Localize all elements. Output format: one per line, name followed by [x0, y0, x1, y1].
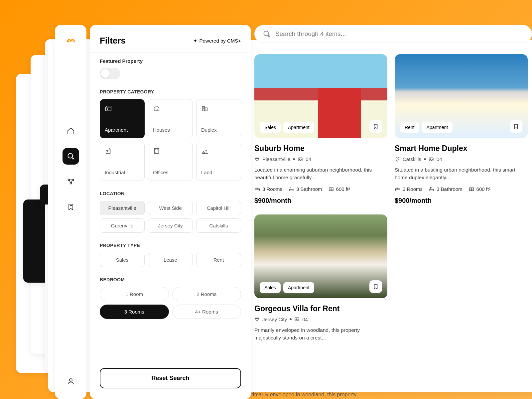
- listing-card[interactable]: Sales Apartment Gorgeous Villa for Rent …: [254, 214, 387, 346]
- listing-image: Sales Apartment: [254, 54, 387, 138]
- bedroom-3[interactable]: 3 Rooms: [100, 305, 169, 319]
- svg-point-2: [72, 158, 73, 159]
- location-greenville[interactable]: Greenville: [100, 218, 145, 233]
- location-label: LOCATION: [100, 191, 241, 196]
- reset-search-button[interactable]: Reset Search: [100, 368, 241, 388]
- location-pleasantville[interactable]: Pleasantville: [100, 201, 145, 215]
- category-apartment[interactable]: Apartment: [100, 99, 145, 138]
- type-lease[interactable]: Lease: [148, 253, 193, 267]
- listing-tag: Apartment: [283, 122, 314, 133]
- bedroom-4plus[interactable]: 4+ Rooms: [172, 305, 241, 319]
- svg-point-12: [264, 31, 269, 36]
- listing-card[interactable]: Rent Apartment Smart Home Duplex Catskil…: [395, 54, 528, 204]
- featured-toggle[interactable]: [100, 68, 120, 79]
- nav-search[interactable]: [63, 148, 79, 165]
- svg-rect-10: [205, 108, 207, 111]
- svg-point-1: [68, 154, 72, 158]
- bedroom-1[interactable]: 1 Room: [100, 287, 169, 301]
- location-capitolhill[interactable]: Capitol Hill: [196, 201, 241, 215]
- filters-panel: Filters ✦ Powered by CMS+ Featured Prope…: [90, 25, 251, 399]
- bookmark-button[interactable]: [369, 120, 382, 133]
- nav-profile[interactable]: [63, 373, 79, 390]
- listing-tag: Apartment: [283, 282, 314, 293]
- svg-point-22: [256, 318, 257, 319]
- bedroom-label: BEDROOM: [100, 277, 241, 282]
- listing-tag: Sales: [260, 122, 281, 133]
- svg-rect-7: [106, 107, 111, 111]
- bookmark-button[interactable]: [510, 120, 522, 133]
- search-input[interactable]: [275, 30, 524, 38]
- svg-point-6: [69, 379, 72, 381]
- app-logo-icon: [65, 34, 77, 46]
- listing-photos: 04: [302, 317, 308, 322]
- listing-photos: 04: [306, 156, 311, 162]
- listing-description: Primarily enveloped in woodland, this pr…: [254, 326, 387, 342]
- photos-icon: [429, 157, 434, 162]
- listing-location: Catskills: [403, 156, 421, 162]
- type-rent[interactable]: Rent: [196, 253, 241, 267]
- svg-rect-8: [156, 109, 157, 111]
- listing-title: Suburb Home: [254, 144, 387, 153]
- listing-image: Rent Apartment: [395, 54, 528, 138]
- listing-card[interactable]: Sales Apartment Suburb Home Pleasantvill…: [254, 54, 387, 204]
- search-icon: [263, 30, 271, 38]
- area-icon: [328, 186, 334, 192]
- bath-icon: [429, 186, 435, 192]
- sparkle-icon: ✦: [193, 38, 198, 44]
- nav-home[interactable]: [63, 123, 79, 139]
- svg-point-0: [67, 41, 69, 43]
- listing-location: Pleasantville: [262, 156, 290, 162]
- filters-title: Filters: [100, 36, 126, 46]
- photos-icon: [298, 157, 303, 162]
- listing-price: $900/month: [395, 197, 528, 204]
- svg-point-14: [256, 158, 257, 159]
- category-label: PROPERTY CATEGORY: [100, 89, 241, 94]
- listings-area: Sales Apartment Suburb Home Pleasantvill…: [254, 25, 532, 399]
- listing-description: Located in a charming suburban neighborh…: [254, 166, 387, 182]
- location-westside[interactable]: West Side: [148, 201, 193, 215]
- bookmark-icon: [513, 123, 519, 129]
- svg-rect-11: [155, 149, 159, 154]
- category-land[interactable]: Land: [196, 142, 241, 181]
- type-label: PROPERTY TYPE: [100, 243, 241, 248]
- listing-location: Jersey City: [262, 317, 287, 322]
- pin-icon: [254, 157, 260, 162]
- listing-tag: Rent: [400, 122, 419, 133]
- listing-image: Sales Apartment: [254, 214, 387, 298]
- bed-icon: [254, 186, 260, 192]
- listing-title: Gorgeous Villa for Rent: [254, 304, 387, 313]
- sidebar: [55, 25, 86, 399]
- bed-icon: [395, 186, 401, 192]
- listing-tag: Apartment: [422, 122, 453, 133]
- bath-icon: [288, 186, 294, 192]
- location-jerseycity[interactable]: Jersey City: [148, 218, 193, 233]
- featured-label: Featured Property: [100, 58, 241, 64]
- bookmark-icon: [373, 284, 379, 290]
- bookmark-icon: [373, 123, 379, 129]
- category-houses[interactable]: Houses: [148, 99, 193, 138]
- listing-photos: 04: [437, 156, 442, 162]
- bookmark-button[interactable]: [369, 280, 382, 293]
- svg-point-13: [269, 36, 270, 37]
- category-duplex[interactable]: Duplex: [196, 99, 241, 138]
- svg-point-18: [397, 158, 398, 159]
- listing-tag: Sales: [260, 282, 281, 293]
- category-industrial[interactable]: Industrial: [100, 142, 145, 181]
- pin-icon: [254, 317, 260, 322]
- nav-network[interactable]: [63, 173, 79, 190]
- search-bar[interactable]: [254, 25, 532, 43]
- type-sales[interactable]: Sales: [100, 253, 145, 267]
- listing-title: Smart Home Duplex: [395, 144, 528, 153]
- powered-by-label: ✦ Powered by CMS+: [193, 38, 241, 44]
- listing-description: Situated in a bustling urban neighborhoo…: [395, 166, 528, 182]
- area-icon: [468, 186, 474, 192]
- category-offices[interactable]: Offices: [148, 142, 193, 181]
- nav-bookmarks[interactable]: [63, 199, 79, 215]
- listing-price: $900/month: [254, 197, 387, 204]
- photos-icon: [294, 317, 300, 322]
- svg-point-5: [70, 183, 71, 184]
- bedroom-2[interactable]: 2 Rooms: [172, 287, 241, 301]
- pin-icon: [395, 157, 400, 162]
- location-catskills[interactable]: Catskills: [196, 218, 241, 233]
